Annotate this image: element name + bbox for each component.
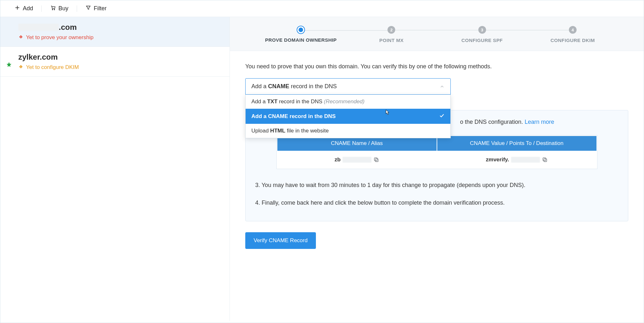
svg-rect-7 bbox=[21, 67, 21, 68]
step-configure-dkim[interactable]: 4 CONFIGURE DKIM bbox=[527, 26, 618, 43]
domain-status: Yet to configure DKIM bbox=[18, 64, 212, 71]
check-icon bbox=[439, 113, 445, 120]
copy-icon[interactable] bbox=[542, 157, 548, 163]
dropdown-option-html[interactable]: Upload HTML file in the website bbox=[246, 124, 450, 138]
svg-rect-8 bbox=[375, 159, 378, 162]
instruction-step-4: 4. Finally, come back here and click the… bbox=[255, 196, 618, 209]
domain-name: zylker.com bbox=[18, 53, 212, 62]
plus-icon bbox=[14, 5, 20, 12]
svg-point-3 bbox=[54, 9, 55, 10]
domain-name: .com bbox=[18, 23, 212, 32]
domain-status: Yet to prove your ownership bbox=[18, 34, 212, 41]
dropdown-selected-text: Add a CNAME record in the DNS bbox=[251, 83, 337, 90]
filter-icon bbox=[85, 5, 91, 12]
toolbar: Add Buy Filter bbox=[0, 0, 644, 17]
stepper: PROVE DOMAIN OWNERSHIP 2 POINT MX 3 CONF… bbox=[230, 17, 644, 51]
warning-icon bbox=[18, 65, 23, 70]
add-button[interactable]: Add bbox=[11, 4, 36, 13]
instruction-step-3: 3. You may have to wait from 30 minutes … bbox=[255, 179, 618, 192]
filter-button[interactable]: Filter bbox=[82, 4, 110, 13]
cname-table: CNAME Name / Alias CNAME Value / Points … bbox=[276, 135, 597, 169]
cart-icon bbox=[50, 5, 56, 12]
star-icon bbox=[6, 62, 12, 67]
step-circle: 2 bbox=[387, 26, 395, 34]
redacted-text bbox=[18, 24, 59, 31]
step-configure-spf[interactable]: 3 CONFIGURE SPF bbox=[437, 26, 527, 43]
svg-rect-10 bbox=[544, 159, 547, 162]
cname-value-value: zmverify. bbox=[486, 157, 509, 163]
buy-button[interactable]: Buy bbox=[47, 4, 72, 13]
domain-sidebar: .com Yet to prove your ownership zylker.… bbox=[0, 17, 230, 321]
copy-icon[interactable] bbox=[373, 157, 379, 163]
svg-rect-11 bbox=[543, 158, 546, 161]
step-circle bbox=[297, 26, 304, 33]
domain-card[interactable]: .com Yet to prove your ownership bbox=[0, 17, 230, 47]
svg-point-2 bbox=[52, 9, 53, 10]
redacted-text bbox=[343, 157, 371, 163]
svg-rect-4 bbox=[21, 36, 21, 37]
redacted-text bbox=[511, 157, 540, 163]
domain-card[interactable]: zylker.com Yet to configure DKIM bbox=[0, 47, 230, 77]
content-pane: PROVE DOMAIN OWNERSHIP 2 POINT MX 3 CONF… bbox=[230, 17, 644, 321]
separator bbox=[77, 5, 77, 12]
svg-rect-9 bbox=[374, 158, 377, 161]
verify-cname-button[interactable]: Verify CNAME Record bbox=[245, 232, 316, 249]
learn-more-link[interactable]: Learn more bbox=[525, 119, 554, 125]
svg-rect-6 bbox=[21, 66, 21, 67]
cname-name-value: zb bbox=[335, 157, 341, 163]
verification-method-dropdown[interactable]: Add a CNAME record in the DNS Add a TXT … bbox=[245, 78, 451, 95]
step-prove-ownership[interactable]: PROVE DOMAIN OWNERSHIP bbox=[256, 26, 346, 43]
step-point-mx[interactable]: 2 POINT MX bbox=[346, 26, 437, 43]
intro-text: You need to prove that you own this doma… bbox=[245, 63, 628, 70]
step-circle: 4 bbox=[569, 26, 577, 34]
buy-label: Buy bbox=[58, 5, 68, 12]
dropdown-option-txt[interactable]: Add a TXT record in the DNS (Recommended… bbox=[246, 95, 450, 109]
dropdown-list: Add a TXT record in the DNS (Recommended… bbox=[245, 95, 451, 138]
col-cname-value: CNAME Value / Points To / Destination bbox=[437, 136, 596, 151]
svg-rect-5 bbox=[21, 38, 21, 38]
table-row: zb zmverify. bbox=[277, 151, 596, 168]
filter-label: Filter bbox=[94, 5, 107, 12]
chevron-up-icon bbox=[439, 84, 445, 89]
dropdown-button[interactable]: Add a CNAME record in the DNS bbox=[245, 78, 451, 95]
warning-icon bbox=[18, 35, 23, 40]
separator bbox=[41, 5, 42, 12]
step-circle: 3 bbox=[478, 26, 486, 34]
dropdown-option-cname[interactable]: Add a CNAME record in the DNS bbox=[246, 109, 450, 124]
add-label: Add bbox=[23, 5, 33, 12]
